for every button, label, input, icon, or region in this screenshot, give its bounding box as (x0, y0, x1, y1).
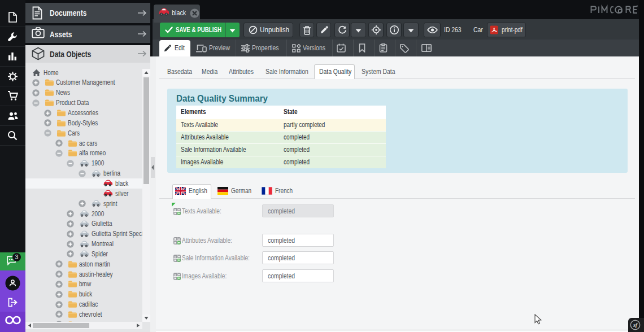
svg-text:sf: sf (633, 322, 638, 328)
